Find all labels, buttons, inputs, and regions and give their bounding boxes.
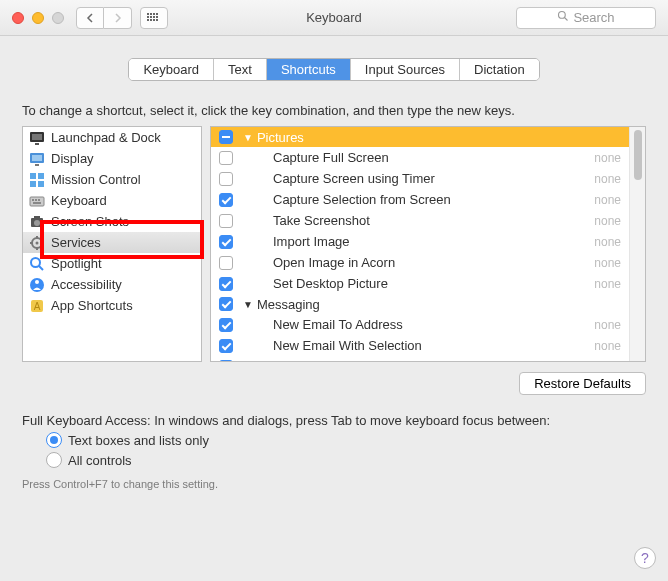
category-icon [29,130,45,146]
group-label: Pictures [257,130,304,145]
category-icon [29,151,45,167]
category-icon [29,214,45,230]
disclosure-triangle-icon[interactable]: ▼ [243,299,253,310]
scrollbar[interactable] [629,127,645,361]
svg-line-27 [39,266,43,270]
group-checkbox[interactable] [219,130,233,144]
category-icon [29,172,45,188]
help-button[interactable]: ? [634,547,656,569]
svg-point-18 [34,220,40,226]
category-icon [29,256,45,272]
svg-point-0 [559,12,566,19]
shortcut-item[interactable]: Open Image in Acornnone [211,252,645,273]
restore-defaults-button[interactable]: Restore Defaults [519,372,646,395]
category-mission-control[interactable]: Mission Control [23,169,201,190]
search-icon [557,10,569,25]
fka-radio-allcontrols[interactable] [46,452,62,468]
item-checkbox[interactable] [219,193,233,207]
shortcut-item[interactable]: Take Screenshotnone [211,210,645,231]
item-checkbox[interactable] [219,235,233,249]
tab-text[interactable]: Text [214,59,267,80]
svg-rect-19 [34,216,40,219]
svg-rect-6 [32,155,42,161]
item-label: New Email To Address [243,317,594,332]
tab-bar: KeyboardTextShortcutsInput SourcesDictat… [0,58,668,81]
shortcut-item[interactable]: New Email With Selectionnone [211,335,645,356]
fka-radio-textboxes[interactable] [46,432,62,448]
svg-text:A: A [34,301,41,312]
close-button[interactable] [12,12,24,24]
fka-label-allcontrols[interactable]: All controls [68,453,132,468]
svg-point-26 [31,258,40,267]
item-checkbox[interactable] [219,214,233,228]
item-checkbox[interactable] [219,360,233,362]
category-label: Keyboard [51,193,107,208]
category-launchpad-dock[interactable]: Launchpad & Dock [23,127,201,148]
shortcut-list[interactable]: ▼PicturesCapture Full ScreennoneCapture … [210,126,646,362]
group-pictures[interactable]: ▼Pictures [211,127,645,147]
item-checkbox[interactable] [219,277,233,291]
svg-rect-12 [30,197,44,206]
item-label: Capture Full Screen [243,150,594,165]
svg-line-1 [565,18,568,21]
tab-input-sources[interactable]: Input Sources [351,59,460,80]
scroll-thumb[interactable] [634,130,642,180]
item-label: Take Screenshot [243,213,594,228]
shortcut-item[interactable]: Capture Selection from Screennone [211,189,645,210]
item-label: Open Image in Acorn [243,255,594,270]
category-screen-shots[interactable]: Screen Shots [23,211,201,232]
fka-label-textboxes[interactable]: Text boxes and lists only [68,433,209,448]
search-field[interactable]: Search [516,7,656,29]
category-list[interactable]: Launchpad & DockDisplayMission ControlKe… [22,126,202,362]
footnote: Press Control+F7 to change this setting. [22,478,646,490]
category-label: Launchpad & Dock [51,130,161,145]
category-icon [29,235,45,251]
category-label: App Shortcuts [51,298,133,313]
item-checkbox[interactable] [219,256,233,270]
minimize-button[interactable] [32,12,44,24]
group-checkbox[interactable] [219,297,233,311]
item-checkbox[interactable] [219,339,233,353]
back-button[interactable] [76,7,104,29]
category-display[interactable]: Display [23,148,201,169]
item-label: Import Image [243,234,594,249]
show-all-button[interactable] [140,7,168,29]
panels: Launchpad & DockDisplayMission ControlKe… [22,126,646,362]
hint-text: To change a shortcut, select it, click t… [22,103,646,118]
window-title: Keyboard [306,10,362,25]
category-app-shortcuts[interactable]: AApp Shortcuts [23,295,201,316]
disclosure-triangle-icon[interactable]: ▼ [243,132,253,143]
item-label: Set Desktop Picture [243,276,594,291]
traffic-lights [0,12,64,24]
svg-rect-16 [33,202,41,204]
category-keyboard[interactable]: Keyboard [23,190,201,211]
forward-button[interactable] [104,7,132,29]
item-checkbox[interactable] [219,151,233,165]
svg-rect-4 [35,143,39,145]
category-services[interactable]: Services [23,232,201,253]
restore-row: Restore Defaults [22,372,646,395]
category-spotlight[interactable]: Spotlight [23,253,201,274]
zoom-button[interactable] [52,12,64,24]
category-accessibility[interactable]: Accessibility [23,274,201,295]
shortcut-item[interactable]: Set Desktop Picturenone [211,273,645,294]
shortcut-item[interactable]: Capture Screen using Timernone [211,168,645,189]
svg-rect-15 [38,199,40,201]
shortcut-item[interactable]: New Email To Addressnone [211,314,645,335]
group-messaging[interactable]: ▼Messaging [211,294,645,314]
shortcut-item[interactable] [211,356,645,361]
svg-rect-7 [35,164,39,166]
item-checkbox[interactable] [219,318,233,332]
tab-dictation[interactable]: Dictation [460,59,539,80]
tab-keyboard[interactable]: Keyboard [129,59,214,80]
svg-rect-3 [32,134,42,140]
item-label: New Email With Selection [243,338,594,353]
item-checkbox[interactable] [219,172,233,186]
svg-rect-11 [38,181,44,187]
item-label: Capture Selection from Screen [243,192,594,207]
tab-shortcuts[interactable]: Shortcuts [267,59,351,80]
shortcut-item[interactable]: Import Imagenone [211,231,645,252]
svg-rect-10 [30,181,36,187]
category-icon: A [29,298,45,314]
shortcut-item[interactable]: Capture Full Screennone [211,147,645,168]
